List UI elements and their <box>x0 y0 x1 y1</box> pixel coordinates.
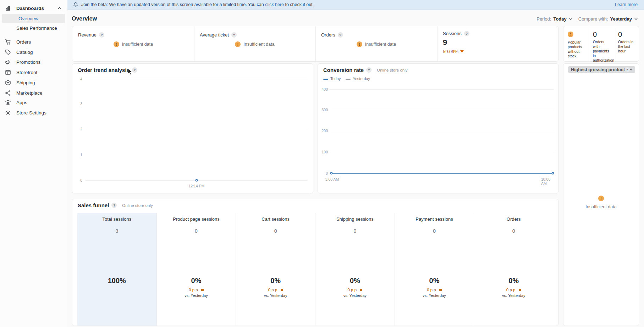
kpi-label: Revenue <box>78 32 97 38</box>
funnel-column: Orders 0 0% 0 p.p. vs. Yesterday <box>474 213 553 326</box>
y-tick: 0 <box>72 178 82 182</box>
funnel-column: Product page sessions 0 0% 0 p.p. vs. Ye… <box>156 213 236 326</box>
help-icon[interactable]: ? <box>99 32 104 38</box>
sidebar-section-dashboards[interactable]: Dashboards <box>0 4 67 13</box>
gridline <box>330 110 554 110</box>
stat-value: 0 <box>593 30 611 38</box>
sidebar-item-label: Promotions <box>16 60 40 65</box>
data-point <box>196 179 198 182</box>
kpi-revenue: Revenue ? !Insufficient data <box>72 26 194 61</box>
chevron-up-icon[interactable] <box>57 6 62 10</box>
funnel-column-value: 0 <box>395 228 474 234</box>
y-tick: 100 <box>318 150 328 154</box>
sidebar-item-orders[interactable]: Orders <box>0 37 67 46</box>
funnel-column-note: vs. Yesterday <box>157 293 236 298</box>
funnel-column-note: vs. Yesterday <box>395 293 474 298</box>
gridline <box>330 89 554 90</box>
funnel-column-label: Cart sessions <box>236 216 315 222</box>
funnel-column-percent: 0% <box>315 277 395 285</box>
page-title: Overview <box>72 16 97 22</box>
conversion-rate-card: Conversion rate ? Online store only Toda… <box>318 63 558 193</box>
dashboard-page: Dashboards Overview Sales Performance Or… <box>0 0 644 327</box>
help-icon[interactable]: ? <box>464 31 469 36</box>
kpi-sessions: Sessions ? 9 59.09% <box>437 26 559 61</box>
banner-text: Join the beta: We have an updated versio… <box>81 2 314 7</box>
sidebar-item-promotions[interactable]: Promotions <box>0 57 67 67</box>
warning-icon: ! <box>357 41 362 47</box>
learn-more-link[interactable]: Learn more <box>615 2 638 7</box>
sessions-change: 59.09% <box>443 49 458 54</box>
period-select[interactable]: Today <box>553 16 566 22</box>
banner-click-here-link[interactable]: click here <box>265 2 284 7</box>
sidebar-item-shipping[interactable]: Shipping <box>0 78 67 87</box>
funnel-column-note: vs. Yesterday <box>315 293 395 298</box>
funnel-column-value: 3 <box>77 228 156 234</box>
delta-dot-icon <box>439 289 442 291</box>
sidebar-item-label: Shipping <box>16 80 35 85</box>
chevron-down-icon[interactable] <box>634 17 638 21</box>
data-point <box>330 172 333 175</box>
help-icon[interactable]: ? <box>132 67 137 73</box>
x-tick: 3:00 AM <box>325 177 339 181</box>
gear-icon <box>5 109 11 116</box>
funnel-column: Shipping sessions 0 0% 0 p.p. vs. Yester… <box>315 213 395 326</box>
funnel-column: Cart sessions 0 0% 0 p.p. vs. Yesterday <box>236 213 315 326</box>
sidebar: Dashboards Overview Sales Performance Or… <box>0 0 67 327</box>
bar-chart-icon <box>5 5 11 11</box>
cart-icon <box>5 39 11 45</box>
funnel-column: Payment sessions 0 0% 0 p.p. vs. Yesterd… <box>395 213 474 326</box>
stat-value: 0 <box>618 30 637 38</box>
empty-state-label: Insufficient data <box>585 204 616 209</box>
sidebar-item-store-settings[interactable]: Store Settings <box>0 108 67 117</box>
gridline <box>86 104 308 104</box>
arrow-down-icon <box>460 50 464 53</box>
banner-text-suffix: to check it out. <box>285 2 314 7</box>
sidebar-item-storefront[interactable]: Storefront <box>0 68 67 77</box>
legend-item-today: Today <box>323 77 341 81</box>
funnel-column-delta: 0 p.p. <box>157 288 236 292</box>
tag-icon <box>5 49 11 55</box>
help-icon[interactable]: ? <box>111 203 117 208</box>
sidebar-item-sales-performance[interactable]: Sales Performance <box>0 23 67 33</box>
sidebar-item-label: Catalog <box>16 50 33 55</box>
quick-stats-card: ! Popular products without stock 0 Order… <box>563 26 639 62</box>
beta-banner: Join the beta: We have an updated versio… <box>67 0 644 10</box>
chart-title: Order trend analysis <box>78 67 130 73</box>
stat-label: Popular products without stock <box>568 40 586 58</box>
sidebar-item-catalog[interactable]: Catalog <box>0 47 67 57</box>
sidebar-item-overview[interactable]: Overview <box>2 14 65 23</box>
help-icon[interactable]: ? <box>366 67 371 73</box>
share-icon <box>5 90 11 96</box>
help-icon[interactable]: ? <box>231 32 237 38</box>
sidebar-item-marketplace[interactable]: Marketplace <box>0 88 67 97</box>
sidebar-item-apps[interactable]: Apps <box>0 98 67 107</box>
chart-legend: Today Yesterday <box>323 77 370 81</box>
gridline <box>86 79 308 79</box>
stat-label: Orders with payments in authorization <box>593 40 611 63</box>
sales-funnel-card: Sales funnel ? Online store only Total s… <box>72 199 558 326</box>
gridline <box>330 131 554 131</box>
delta-dot-icon <box>360 289 362 291</box>
chevron-down-icon[interactable] <box>569 17 573 21</box>
warning-icon: ! <box>568 32 573 37</box>
y-tick: 200 <box>318 129 328 133</box>
kpi-orders: Orders ? !Insufficient data <box>315 26 437 61</box>
funnel-column-percent: 0% <box>157 277 236 285</box>
order-trend-card: Order trend analysis ? 4 3 2 1 0 12:14 P… <box>72 63 313 193</box>
stat-orders-last-hour[interactable]: 0 Orders in the last hour <box>614 26 639 61</box>
help-icon[interactable]: ? <box>624 67 630 72</box>
x-tick: 12:14 PM <box>189 184 205 188</box>
kpi-label: Average ticket <box>200 32 229 38</box>
compare-select[interactable]: Yesterday <box>610 16 632 22</box>
warning-icon: ! <box>235 41 241 47</box>
funnel-column: Total sessions 3 100% <box>77 213 156 326</box>
delta-dot-icon <box>519 289 521 291</box>
chart-title: Sales funnel <box>78 202 109 208</box>
chart-scope-label: Online store only <box>122 203 153 208</box>
kpi-average-ticket: Average ticket ? !Insufficient data <box>194 26 315 61</box>
help-icon[interactable]: ? <box>338 32 343 38</box>
banner-text-prefix: Join the beta: We have an updated versio… <box>81 2 264 7</box>
stat-orders-payments-authorization[interactable]: 0 Orders with payments in authorization <box>589 26 614 61</box>
stat-popular-products-without-stock[interactable]: ! Popular products without stock <box>563 26 589 61</box>
y-tick: 4 <box>72 77 82 81</box>
